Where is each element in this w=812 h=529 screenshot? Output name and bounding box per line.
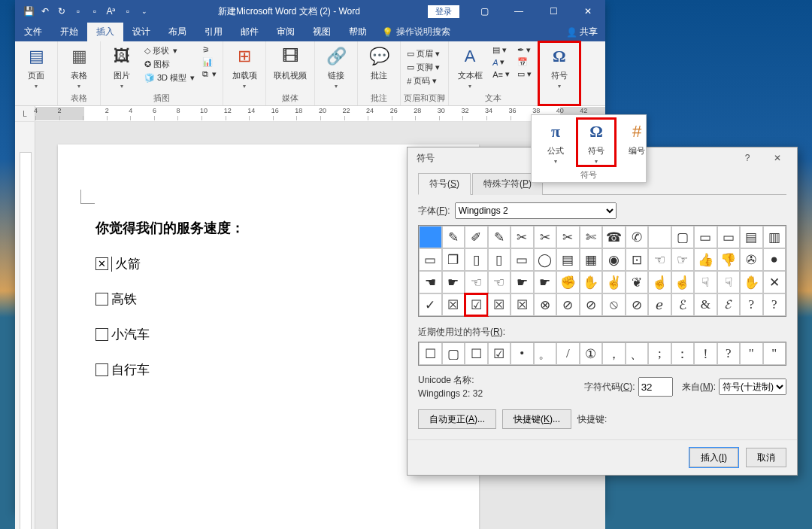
smartart-button[interactable]: ⚞ bbox=[199, 44, 220, 56]
symbol-cell[interactable]: ✆ bbox=[626, 226, 649, 248]
3dmodel-button[interactable]: 🧊3D 模型▾ bbox=[141, 71, 198, 84]
qat-more-icon[interactable]: ⌄ bbox=[138, 5, 150, 17]
maximize-icon[interactable]: ☐ bbox=[536, 0, 571, 23]
chart-button[interactable]: 📊 bbox=[199, 56, 220, 68]
symbol-cell[interactable]: ☟ bbox=[717, 271, 741, 293]
pages-button[interactable]: ▤ 页面 ▾ bbox=[18, 43, 54, 91]
symbol-cell[interactable]: ☝ bbox=[671, 271, 695, 293]
symbol-cell[interactable]: ✇ bbox=[740, 248, 763, 271]
symbol-cell[interactable]: ☛ bbox=[534, 271, 557, 293]
qat-icon[interactable]: ▫ bbox=[72, 5, 84, 17]
recent-symbol-cell[interactable]: ： bbox=[671, 342, 695, 365]
symbol-cell[interactable]: & bbox=[694, 293, 717, 316]
minimize-icon[interactable]: — bbox=[501, 0, 536, 23]
tell-me-search[interactable]: 💡 操作说明搜索 bbox=[382, 26, 450, 38]
icons-button[interactable]: ✪图标 bbox=[141, 58, 198, 71]
signature-button[interactable]: ✒▾ bbox=[514, 44, 535, 56]
qat-icon[interactable]: ▫ bbox=[122, 5, 134, 17]
symbol-cell[interactable]: ▭ bbox=[511, 248, 534, 271]
shortcut-button[interactable]: 快捷键(K)... bbox=[502, 409, 571, 429]
tab-symbols[interactable]: 符号(S) bbox=[418, 173, 471, 195]
quickparts-button[interactable]: ▤▾ bbox=[489, 44, 513, 56]
symbol-split-button[interactable]: Ω 符号 ▾ bbox=[541, 43, 577, 91]
addins-button[interactable]: ⊞ 加载项 ▾ bbox=[226, 43, 262, 91]
datetime-button[interactable]: 📅 bbox=[514, 56, 535, 68]
recent-symbol-cell[interactable]: " bbox=[740, 342, 763, 365]
symbol-cell[interactable]: ☒ bbox=[511, 293, 534, 316]
symbol-cell[interactable]: ✂ bbox=[511, 226, 534, 248]
tab-view[interactable]: 视图 bbox=[304, 23, 340, 41]
tab-review[interactable]: 审阅 bbox=[268, 23, 304, 41]
symbol-cell[interactable]: ☜ bbox=[465, 271, 488, 293]
recent-symbol-cell[interactable]: ; bbox=[648, 342, 671, 365]
recent-symbol-cell[interactable]: 。 bbox=[534, 342, 557, 365]
symbol-cell[interactable]: ⊘ bbox=[580, 293, 603, 316]
tab-insert[interactable]: 插入 bbox=[87, 23, 123, 41]
horizontal-ruler[interactable]: 4224681012141618202224262830323436384042 bbox=[35, 107, 605, 120]
charcode-input[interactable] bbox=[638, 377, 673, 397]
symbol-cell[interactable]: ✋ bbox=[740, 271, 763, 293]
symbol-cell[interactable]: ✋ bbox=[580, 271, 603, 293]
screenshot-button[interactable]: ⧉▾ bbox=[199, 68, 220, 80]
symbol-cell[interactable]: ✕ bbox=[763, 271, 786, 293]
undo-icon[interactable]: ↶ bbox=[39, 5, 51, 17]
symbol-cell[interactable]: ◉ bbox=[602, 248, 626, 271]
table-button[interactable]: ▦ 表格 ▾ bbox=[61, 43, 97, 91]
touch-icon[interactable]: Aᵃ bbox=[105, 5, 117, 17]
symbol-cell[interactable]: ⊘ bbox=[556, 293, 580, 316]
symbol-cell[interactable]: ⊘ bbox=[626, 293, 649, 316]
vertical-ruler[interactable] bbox=[15, 122, 35, 529]
recent-symbol-cell[interactable]: " bbox=[763, 342, 786, 365]
symbol-cell[interactable] bbox=[648, 226, 671, 248]
symbol-cell[interactable]: ▭ bbox=[694, 226, 717, 248]
symbol-cell[interactable]: 👎 bbox=[717, 248, 741, 271]
doc-option-1[interactable]: ✕ 火箭 bbox=[95, 255, 441, 272]
shapes-button[interactable]: ◇形状▾ bbox=[141, 44, 198, 57]
symbol-cell[interactable]: ⊗ bbox=[534, 293, 557, 316]
symbol-cell[interactable]: ☚ bbox=[419, 271, 442, 293]
symbol-cell[interactable]: ▦ bbox=[580, 248, 603, 271]
tab-file[interactable]: 文件 bbox=[15, 23, 51, 41]
symbol-cell[interactable]: ✓ bbox=[419, 293, 442, 316]
symbol-cell[interactable]: ☟ bbox=[694, 271, 717, 293]
header-button[interactable]: ▭页眉▾ bbox=[404, 47, 443, 60]
symbol-cell[interactable]: ✂ bbox=[534, 226, 557, 248]
symbol-cell[interactable]: ▥ bbox=[763, 226, 786, 248]
symbol-cell[interactable]: ⊡ bbox=[626, 248, 649, 271]
share-button[interactable]: 👤 共享 bbox=[559, 23, 605, 41]
tab-home[interactable]: 开始 bbox=[51, 23, 87, 41]
font-select[interactable]: Wingdings 2 bbox=[455, 202, 617, 219]
recent-symbol-cell[interactable]: ！ bbox=[694, 342, 717, 365]
comment-button[interactable]: 💬 批注 bbox=[361, 43, 397, 83]
symbol-cell[interactable]: ❐ bbox=[442, 248, 465, 271]
tab-layout[interactable]: 布局 bbox=[159, 23, 195, 41]
symbol-cell[interactable]: ☞ bbox=[671, 248, 695, 271]
recent-symbol-cell[interactable]: ① bbox=[580, 342, 603, 365]
numbering-button[interactable]: # 编号 bbox=[617, 118, 656, 166]
symbol-cell[interactable]: ▤ bbox=[740, 226, 763, 248]
recent-symbol-cell[interactable]: ▢ bbox=[442, 342, 465, 365]
equation-button[interactable]: π 公式 ▾ bbox=[536, 118, 575, 166]
symbol-cell[interactable]: ● bbox=[763, 248, 786, 271]
symbol-cell[interactable]: ✄ bbox=[580, 226, 603, 248]
recent-symbol-cell[interactable]: ， bbox=[602, 342, 626, 365]
textbox-button[interactable]: A 文本框 ▾ bbox=[452, 43, 488, 91]
symbol-cell[interactable]: ☜ bbox=[488, 271, 511, 293]
from-select[interactable]: 符号(十进制) bbox=[719, 379, 786, 395]
symbol-cell[interactable]: ✐ bbox=[465, 226, 488, 248]
autocorrect-button[interactable]: 自动更正(A)... bbox=[418, 409, 496, 429]
symbol-cell[interactable]: ☒ bbox=[488, 293, 511, 316]
ribbon-display-icon[interactable]: ▢ bbox=[467, 0, 501, 23]
tab-help[interactable]: 帮助 bbox=[340, 23, 376, 41]
symbol-cell[interactable]: ▯ bbox=[465, 248, 488, 271]
symbol-cell[interactable]: 👍 bbox=[694, 248, 717, 271]
tab-mailings[interactable]: 邮件 bbox=[232, 23, 268, 41]
dropcap-button[interactable]: A≡▾ bbox=[489, 68, 513, 80]
symbol-cell[interactable]: ✌ bbox=[602, 271, 626, 293]
recent-symbol-cell[interactable]: / bbox=[556, 342, 580, 365]
symbol-cell[interactable]: ◯ bbox=[534, 248, 557, 271]
recent-symbol-cell[interactable]: ☑ bbox=[488, 342, 511, 365]
symbol-cell[interactable]: ✎ bbox=[442, 226, 465, 248]
symbol-cell[interactable] bbox=[419, 226, 442, 248]
save-icon[interactable]: 💾 bbox=[23, 5, 35, 17]
